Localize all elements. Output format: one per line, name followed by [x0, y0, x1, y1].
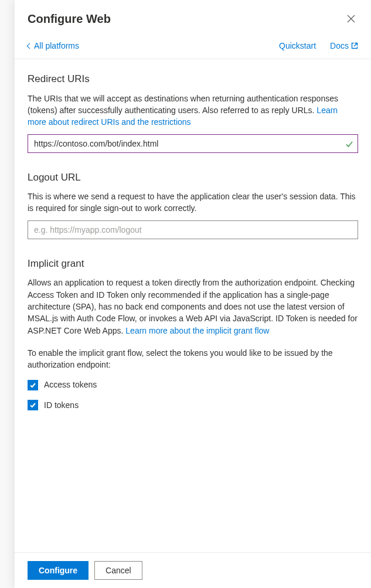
logout-url-section: Logout URL This is where we send a reque… — [28, 171, 358, 239]
configure-web-panel: Configure Web All platforms Quickstart D… — [15, 0, 371, 588]
logout-url-input[interactable] — [28, 220, 358, 239]
checkmark-icon — [29, 402, 36, 409]
id-tokens-label: ID tokens — [44, 399, 79, 411]
valid-checkmark-icon — [345, 140, 353, 148]
redirect-desc-text: The URIs that we will accept as destinat… — [28, 94, 338, 115]
quickstart-label: Quickstart — [279, 41, 316, 50]
panel-header: Configure Web — [15, 0, 371, 35]
back-link-label: All platforms — [34, 41, 79, 50]
panel-content: Redirect URIs The URIs that we will acce… — [15, 59, 371, 552]
implicit-grant-title: Implicit grant — [28, 257, 358, 271]
panel-footer: Configure Cancel — [15, 552, 371, 588]
all-platforms-link[interactable]: All platforms — [28, 41, 79, 50]
redirect-uri-input[interactable] — [28, 134, 358, 153]
cancel-button[interactable]: Cancel — [94, 561, 142, 580]
logout-url-desc: This is where we send a request to have … — [28, 191, 358, 215]
access-tokens-checkbox[interactable] — [28, 380, 38, 390]
checkmark-icon — [29, 382, 36, 389]
id-tokens-checkbox[interactable] — [28, 400, 38, 410]
implicit-enable-desc: To enable the implicit grant flow, selec… — [28, 347, 358, 371]
docs-link[interactable]: Docs — [330, 41, 358, 50]
close-icon — [347, 15, 355, 23]
quickstart-link[interactable]: Quickstart — [279, 41, 316, 50]
implicit-learn-more-link[interactable]: Learn more about the implicit grant flow — [125, 326, 269, 335]
redirect-uris-section: Redirect URIs The URIs that we will acce… — [28, 72, 358, 153]
logout-url-title: Logout URL — [28, 171, 358, 185]
close-button[interactable] — [343, 11, 359, 27]
implicit-grant-desc: Allows an application to request a token… — [28, 277, 358, 336]
docs-label: Docs — [330, 41, 349, 50]
panel-topbar: All platforms Quickstart Docs — [15, 35, 371, 59]
access-tokens-row: Access tokens — [28, 379, 358, 390]
chevron-left-icon — [27, 43, 33, 49]
external-link-icon — [351, 42, 358, 49]
id-tokens-row: ID tokens — [28, 399, 358, 411]
top-links: Quickstart Docs — [279, 41, 358, 50]
configure-button[interactable]: Configure — [28, 561, 89, 580]
implicit-grant-section: Implicit grant Allows an application to … — [28, 257, 358, 411]
redirect-uris-desc: The URIs that we will accept as destinat… — [28, 93, 358, 128]
redirect-uri-row — [28, 134, 358, 153]
redirect-uris-title: Redirect URIs — [28, 72, 358, 87]
logout-url-row — [28, 220, 358, 239]
access-tokens-label: Access tokens — [44, 379, 97, 390]
panel-title: Configure Web — [28, 12, 111, 26]
